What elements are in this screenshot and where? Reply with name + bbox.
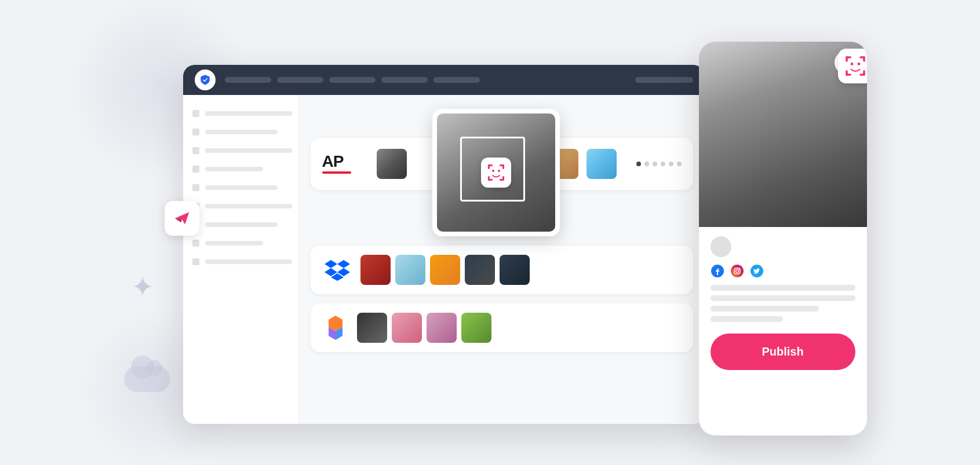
shield-logo-icon	[199, 74, 212, 86]
phone-face-scan-icon	[845, 56, 866, 76]
twitter-icon[interactable]	[750, 264, 764, 278]
sidebar-item-9[interactable]	[192, 255, 289, 269]
dropbox-thumb-4[interactable]	[465, 255, 495, 285]
sidebar-item-6[interactable]	[192, 199, 289, 213]
nav-pill-3[interactable]	[329, 77, 376, 83]
svg-rect-9	[502, 176, 504, 181]
sidebar-label-3	[205, 148, 292, 153]
ap-underline	[322, 171, 351, 174]
svg-point-35	[738, 268, 739, 269]
dropbox-thumb-5[interactable]	[500, 255, 530, 285]
ap-image-1[interactable]	[377, 149, 407, 179]
dropbox-thumb-1[interactable]	[360, 255, 391, 285]
svg-rect-3	[488, 164, 490, 169]
phone-text-line-2	[711, 295, 855, 301]
pickit-thumbnails	[357, 313, 491, 343]
pickit-thumb-1[interactable]	[357, 313, 387, 343]
star-decoration: ✦	[131, 273, 154, 302]
sidebar-label-4	[205, 167, 263, 171]
sidebar-item-3[interactable]	[192, 144, 289, 158]
sidebar-label-1	[205, 111, 292, 116]
instagram-svg	[731, 265, 744, 277]
svg-point-10	[492, 170, 494, 172]
dropbox-thumb-3[interactable]	[430, 255, 460, 285]
sidebar-icon-1	[192, 110, 199, 117]
scene: ✦	[114, 30, 867, 435]
pickit-thumb-3[interactable]	[427, 313, 457, 343]
browser-logo	[195, 69, 216, 90]
phone-face-scan-widget[interactable]	[838, 49, 867, 83]
browser-header	[183, 65, 705, 95]
paper-plane-icon	[174, 209, 190, 228]
svg-rect-26	[846, 70, 848, 76]
nav-pill-1[interactable]	[225, 77, 271, 83]
sidebar-icon-4	[192, 166, 199, 173]
browser-body: AP	[183, 95, 705, 424]
cloud-icon	[124, 366, 170, 392]
phone-text-line-4	[711, 316, 783, 322]
sidebar-label-9	[205, 259, 292, 264]
dot-4	[661, 162, 665, 166]
phone-card: Publish	[699, 42, 867, 435]
pickit-card[interactable]	[311, 303, 693, 352]
publish-button[interactable]: Publish	[711, 334, 855, 370]
sidebar-label-7	[205, 222, 278, 227]
svg-rect-5	[502, 164, 504, 169]
featured-image-card[interactable]	[432, 109, 560, 236]
svg-point-11	[498, 170, 500, 172]
svg-marker-13	[337, 260, 350, 268]
sidebar-label-6	[205, 204, 292, 208]
ap-text: AP	[322, 153, 344, 170]
carousel-dots	[636, 162, 682, 166]
sidebar-item-7[interactable]	[192, 218, 289, 232]
sidebar-item-5[interactable]	[192, 181, 289, 195]
phone-text-lines	[711, 285, 855, 322]
sidebar-item-8[interactable]	[192, 236, 289, 250]
pickit-thumb-4[interactable]	[461, 313, 491, 343]
sidebar-item-2[interactable]	[192, 125, 289, 139]
facebook-icon[interactable]	[711, 264, 724, 278]
phone-avatar	[711, 236, 731, 257]
dropbox-icon	[325, 259, 350, 281]
dropbox-logo	[322, 255, 352, 285]
instagram-icon[interactable]	[730, 264, 744, 278]
nav-pill-5[interactable]	[433, 77, 480, 83]
svg-point-30	[857, 63, 860, 65]
svg-rect-28	[863, 70, 865, 76]
sidebar-item-4[interactable]	[192, 162, 289, 176]
star-icon: ✦	[131, 272, 154, 302]
dot-3	[653, 162, 657, 166]
face-scan-icon	[487, 164, 505, 181]
main-content: AP	[299, 95, 705, 424]
pickit-logo	[322, 314, 349, 341]
facebook-svg	[711, 265, 724, 277]
sidebar-label-2	[205, 130, 278, 134]
svg-point-32	[731, 265, 744, 277]
dropbox-card[interactable]	[311, 246, 693, 294]
phone-text-line-3	[711, 306, 819, 312]
dot-2	[644, 162, 649, 166]
sidebar-icon-2	[192, 129, 199, 136]
paper-plane-widget[interactable]	[165, 201, 199, 236]
nav-search-pill[interactable]	[635, 77, 693, 83]
dropbox-thumb-2[interactable]	[395, 255, 425, 285]
svg-rect-22	[846, 56, 848, 62]
pickit-icon	[322, 314, 349, 341]
sidebar-icon-9	[192, 258, 199, 265]
svg-rect-7	[488, 176, 490, 181]
ap-image-sky[interactable]	[586, 149, 617, 179]
featured-boxing-image	[437, 113, 555, 232]
sidebar-icon-8	[192, 240, 199, 247]
sidebar	[183, 95, 299, 424]
sidebar-item-1[interactable]	[192, 107, 289, 120]
svg-point-29	[850, 63, 853, 65]
nav-pill-4[interactable]	[381, 77, 428, 83]
dot-6	[677, 162, 682, 166]
face-scan-overlay	[481, 158, 511, 188]
nav-pill-2[interactable]	[277, 77, 323, 83]
pickit-thumb-2[interactable]	[392, 313, 422, 343]
phone-body: Publish	[699, 227, 867, 379]
browser-window: AP	[183, 65, 705, 424]
top-section: AP	[311, 109, 693, 236]
twitter-svg	[751, 265, 763, 277]
